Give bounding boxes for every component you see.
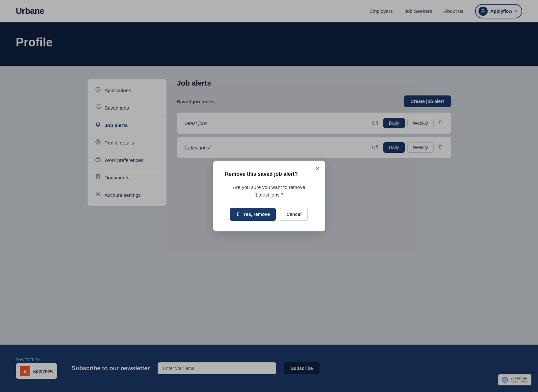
- remove-alert-modal: ✕ Remove this saved job alert? Are you s…: [213, 161, 325, 231]
- confirm-remove-button[interactable]: Yes, remove: [230, 208, 276, 221]
- modal-body: Are you sure you want to remove 'Latest …: [225, 184, 313, 198]
- modal-overlay: ✕ Remove this saved job alert? Are you s…: [0, 0, 538, 392]
- modal-title: Remove this saved job alert?: [225, 171, 313, 177]
- modal-actions: Yes, remove Cancel: [225, 208, 313, 221]
- trash-icon: [236, 212, 241, 217]
- confirm-label: Yes, remove: [243, 212, 270, 217]
- cancel-button[interactable]: Cancel: [280, 208, 308, 221]
- modal-close-button[interactable]: ✕: [315, 166, 320, 172]
